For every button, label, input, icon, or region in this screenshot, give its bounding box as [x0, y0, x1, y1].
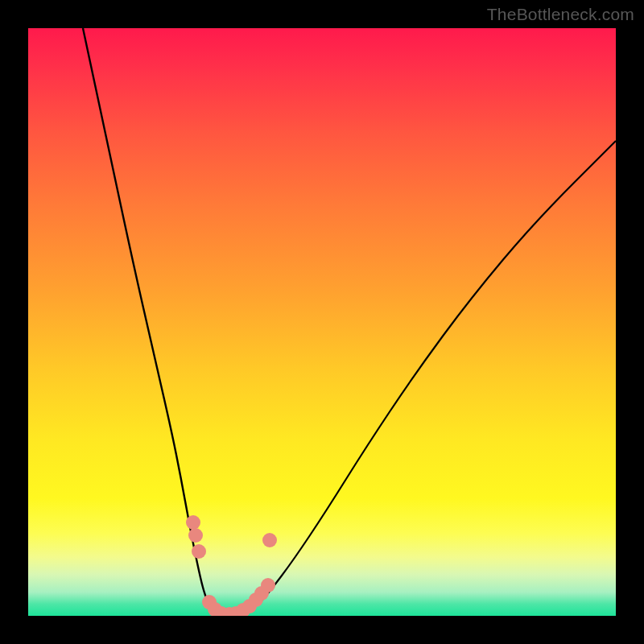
- data-point: [262, 533, 277, 547]
- curve-left: [83, 28, 223, 616]
- curve-right: [223, 141, 616, 616]
- data-point: [188, 528, 203, 543]
- plot-area: [28, 28, 616, 616]
- chart-container: TheBottleneck.com: [0, 0, 644, 644]
- watermark-text: TheBottleneck.com: [487, 5, 634, 24]
- data-points: [186, 515, 277, 616]
- curve-overlay: [28, 28, 616, 616]
- data-point: [186, 515, 200, 530]
- data-point: [192, 544, 206, 559]
- data-point: [261, 578, 275, 592]
